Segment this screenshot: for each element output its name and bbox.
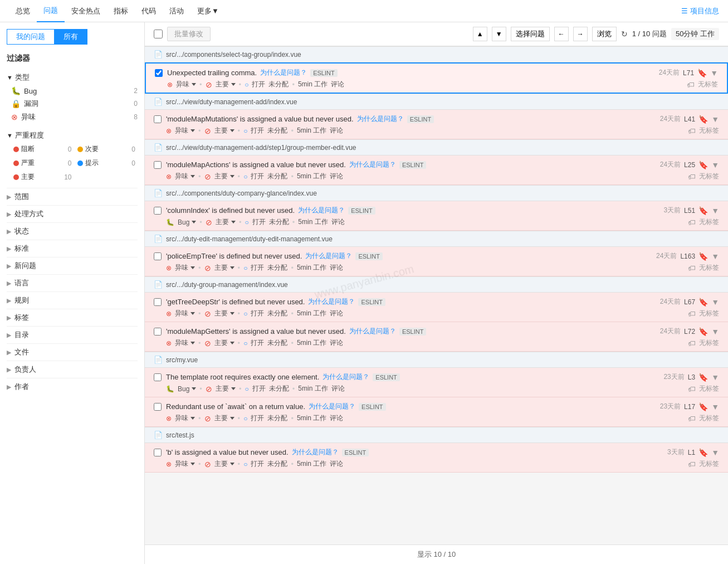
- issue-type-label[interactable]: Bug: [178, 385, 196, 393]
- filter-tag[interactable]: ▶标签: [7, 309, 138, 326]
- bookmark-icon[interactable]: 🔖: [698, 298, 708, 307]
- issue-item[interactable]: The template root requires exactly one e…: [145, 368, 728, 397]
- issue-item[interactable]: Redundant use of `await` on a return val…: [145, 397, 728, 427]
- filter-status[interactable]: ▶状态: [7, 222, 138, 240]
- issue-type-label[interactable]: 异味: [175, 414, 195, 423]
- project-info-link[interactable]: ☰ 项目信息: [679, 6, 719, 16]
- nav-more[interactable]: 更多▼: [190, 0, 226, 22]
- nav-activity[interactable]: 活动: [163, 0, 190, 22]
- issue-item[interactable]: 'moduleMapGetters' is assigned a value b…: [145, 322, 728, 352]
- bookmark-icon[interactable]: 🔖: [698, 448, 708, 457]
- issue-severity-label[interactable]: 主要: [216, 80, 236, 89]
- issue-type-label[interactable]: 异味: [175, 263, 195, 273]
- issue-tag[interactable]: 无标签: [699, 126, 719, 135]
- issue-tag[interactable]: 无标签: [699, 309, 719, 318]
- nav-up-btn[interactable]: ▲: [473, 27, 487, 41]
- type-leak-row[interactable]: 🔒 漏洞 0: [11, 97, 138, 110]
- issue-checkbox[interactable]: [154, 403, 162, 411]
- issue-tag[interactable]: 无标签: [699, 459, 719, 469]
- all-issues-btn[interactable]: 所有: [54, 29, 87, 45]
- issue-type-label[interactable]: 异味: [175, 338, 195, 348]
- filter-scope[interactable]: ▶范围: [7, 188, 138, 205]
- issue-comment[interactable]: 评论: [330, 459, 343, 469]
- issue-comment[interactable]: 评论: [331, 217, 345, 227]
- bookmark-icon[interactable]: 🔖: [698, 327, 708, 336]
- issue-type-label[interactable]: 异味: [175, 459, 195, 469]
- issue-item[interactable]: 'moduleMapMutations' is assigned a value…: [145, 110, 728, 139]
- filter-icon[interactable]: ▼: [711, 206, 719, 215]
- issue-comment[interactable]: 评论: [330, 414, 343, 423]
- bookmark-icon[interactable]: 🔖: [698, 252, 708, 261]
- filter-assignee[interactable]: ▶负责人: [7, 361, 138, 378]
- issue-comment[interactable]: 评论: [330, 263, 343, 273]
- filter-icon[interactable]: ▼: [711, 402, 719, 411]
- issue-severity-label[interactable]: 主要: [216, 217, 236, 227]
- issue-item[interactable]: 'moduleMapActions' is assigned a value b…: [145, 155, 728, 185]
- type-smell-row[interactable]: ⊗ 异味 8: [11, 110, 138, 124]
- issue-checkbox[interactable]: [155, 69, 163, 77]
- issue-item[interactable]: 'columnIndex' is defined but never used.…: [145, 201, 728, 231]
- bookmark-icon[interactable]: 🔖: [698, 373, 708, 382]
- filter-handling[interactable]: ▶处理方式: [7, 205, 138, 222]
- select-all-checkbox[interactable]: [154, 30, 163, 38]
- issue-type-label[interactable]: Bug: [178, 218, 196, 226]
- filter-severity-header[interactable]: ▼ 严重程度: [7, 128, 138, 143]
- issue-type-label[interactable]: 异味: [175, 172, 195, 181]
- issue-type-label[interactable]: 异味: [175, 126, 195, 135]
- filter-icon[interactable]: ▼: [711, 373, 719, 382]
- issue-severity-label[interactable]: 主要: [216, 384, 236, 393]
- issue-item[interactable]: 'b' is assigned a value but never used. …: [145, 443, 728, 473]
- filter-icon[interactable]: ▼: [711, 327, 719, 336]
- filter-icon[interactable]: ▼: [711, 161, 719, 169]
- why-link[interactable]: 为什么是问题？: [323, 372, 369, 382]
- browse-btn[interactable]: 浏览: [592, 27, 617, 41]
- filter-author[interactable]: ▶作者: [7, 378, 138, 395]
- issue-tag[interactable]: 无标签: [699, 263, 719, 273]
- refresh-btn[interactable]: ↻: [621, 30, 628, 38]
- issue-severity-label[interactable]: 主要: [214, 263, 234, 273]
- issue-item[interactable]: 'getTreeDeepStr' is defined but never us…: [145, 293, 728, 322]
- bookmark-icon[interactable]: 🔖: [697, 69, 707, 77]
- issue-comment[interactable]: 评论: [331, 384, 345, 393]
- sev-blocking[interactable]: 阻断 0: [11, 143, 74, 155]
- issue-tag[interactable]: 无标签: [699, 217, 719, 227]
- nav-overview[interactable]: 总览: [9, 0, 37, 22]
- issue-type-label[interactable]: 异味: [176, 80, 196, 89]
- filter-icon[interactable]: ▼: [710, 69, 718, 77]
- issue-comment[interactable]: 评论: [330, 172, 343, 181]
- bookmark-icon[interactable]: 🔖: [698, 402, 708, 411]
- nav-prev-btn[interactable]: ←: [554, 27, 569, 41]
- nav-code[interactable]: 代码: [135, 0, 163, 22]
- filter-rule[interactable]: ▶规则: [7, 291, 138, 309]
- why-link[interactable]: 为什么是问题？: [349, 327, 396, 336]
- filter-icon[interactable]: ▼: [711, 448, 719, 457]
- issue-severity-label[interactable]: 主要: [214, 338, 234, 348]
- batch-modify-btn[interactable]: 批量修改: [167, 27, 211, 41]
- why-link[interactable]: 为什么是问题？: [298, 206, 345, 215]
- nav-down-btn[interactable]: ▼: [492, 27, 506, 41]
- sev-info[interactable]: 提示 0: [75, 157, 138, 169]
- issue-item[interactable]: 'policeEmpTree' is defined but never use…: [145, 247, 728, 276]
- issue-checkbox[interactable]: [154, 115, 162, 123]
- filter-icon[interactable]: ▼: [711, 298, 719, 307]
- why-link[interactable]: 为什么是问题？: [309, 402, 355, 411]
- why-link[interactable]: 为什么是问题？: [308, 297, 355, 307]
- nav-next-btn[interactable]: →: [573, 27, 588, 41]
- why-link[interactable]: 为什么是问题？: [349, 160, 396, 169]
- filter-icon[interactable]: ▼: [711, 252, 719, 261]
- issue-checkbox[interactable]: [154, 328, 162, 336]
- sev-minor[interactable]: 次要 0: [75, 143, 138, 155]
- why-link[interactable]: 为什么是问题？: [292, 448, 339, 457]
- filter-file[interactable]: ▶文件: [7, 343, 138, 361]
- issue-comment[interactable]: 评论: [330, 126, 343, 135]
- why-link[interactable]: 为什么是问题？: [305, 251, 352, 261]
- issue-checkbox[interactable]: [154, 252, 162, 260]
- type-bug-row[interactable]: 🐛 Bug 2: [11, 85, 138, 97]
- why-link[interactable]: 为什么是问题？: [260, 68, 307, 77]
- issue-tag[interactable]: 无标签: [699, 384, 719, 393]
- filter-type-header[interactable]: ▼ 类型: [7, 70, 138, 85]
- bookmark-icon[interactable]: 🔖: [698, 206, 708, 215]
- issue-severity-label[interactable]: 主要: [214, 309, 234, 318]
- issue-checkbox[interactable]: [154, 161, 162, 169]
- my-issues-btn[interactable]: 我的问题: [7, 29, 54, 45]
